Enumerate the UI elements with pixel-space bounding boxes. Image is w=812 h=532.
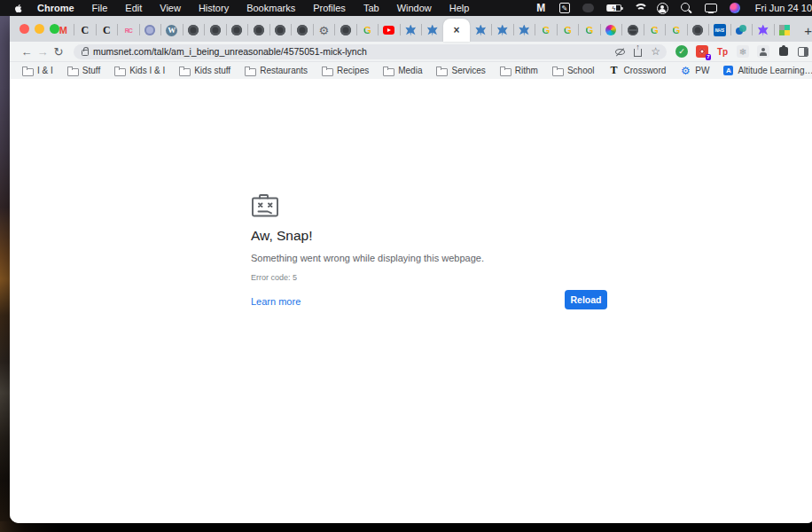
apple-icon[interactable] xyxy=(7,3,28,14)
menu-item-view[interactable]: View xyxy=(151,3,190,13)
reload-page-button[interactable]: Reload xyxy=(565,290,607,309)
tab[interactable] xyxy=(226,19,248,42)
tab-strip-tabs: MCCRCW⚙G×GGGGGNHS xyxy=(52,16,796,42)
tab[interactable]: NHS xyxy=(709,19,731,42)
bookmark-item[interactable]: Rithm xyxy=(493,66,545,75)
dark-favicon xyxy=(691,24,704,36)
bookmark-item[interactable]: Media xyxy=(376,66,429,75)
sad-folder-icon xyxy=(251,192,279,218)
forward-button[interactable]: → xyxy=(35,45,51,59)
bookmark-item[interactable]: Kids I & I xyxy=(107,66,172,75)
bookmark-item[interactable]: AAltitude Learning… xyxy=(716,66,812,75)
google-favicon: G xyxy=(648,24,660,36)
tab[interactable]: W xyxy=(161,19,183,42)
bookmark-item[interactable]: School xyxy=(545,66,602,75)
tab[interactable]: G xyxy=(666,19,688,42)
tab[interactable] xyxy=(492,19,514,42)
lock-icon[interactable] xyxy=(82,50,89,56)
tab[interactable] xyxy=(183,19,205,42)
capture-extension-icon[interactable] xyxy=(757,45,769,58)
tab[interactable] xyxy=(730,19,753,42)
tab[interactable] xyxy=(205,19,227,42)
leaf-favicon xyxy=(426,25,438,36)
teal-favicon xyxy=(735,24,747,36)
bookmark-item[interactable]: Restaurants xyxy=(238,66,315,75)
bookmark-item[interactable]: Recipes xyxy=(315,66,376,75)
tab[interactable] xyxy=(139,19,161,42)
tab[interactable] xyxy=(600,19,622,42)
menu-item-window[interactable]: Window xyxy=(388,3,441,13)
check-extension-icon[interactable]: ✓ xyxy=(675,45,688,58)
shield-badge-icon[interactable]: 7 xyxy=(696,45,708,58)
tab[interactable] xyxy=(400,19,422,42)
back-button[interactable]: ← xyxy=(19,45,35,59)
reload-button[interactable]: ↻ xyxy=(51,45,66,59)
dark-dot-icon[interactable] xyxy=(582,2,595,14)
learn-more-link[interactable]: Learn more xyxy=(251,296,301,307)
menu-item-profiles[interactable]: Profiles xyxy=(304,3,355,13)
siri-icon[interactable] xyxy=(729,2,742,14)
url-text: mumsnet.com/talk/am_i_being_unreasonable… xyxy=(93,46,367,57)
menu-item-help[interactable]: Help xyxy=(441,3,479,13)
menu-item-edit[interactable]: Edit xyxy=(116,3,151,13)
menu-item-chrome[interactable]: Chrome xyxy=(28,3,83,13)
nhs-favicon: NHS xyxy=(714,24,726,36)
eye-off-icon[interactable] xyxy=(615,49,625,55)
compose-note-icon[interactable]: ✎ xyxy=(559,3,570,13)
minimize-window-button[interactable] xyxy=(35,24,44,34)
bookmark-item[interactable]: Stuff xyxy=(60,66,107,75)
tab[interactable]: G xyxy=(356,19,379,42)
battery-charging-icon[interactable]: ϟ xyxy=(606,4,621,12)
extension-badge-count: 7 xyxy=(706,54,711,60)
snowflake-extension-icon[interactable]: ❄ xyxy=(737,45,749,58)
tab[interactable] xyxy=(687,19,709,42)
tab[interactable]: ⚙ xyxy=(313,19,335,42)
page-content: Aw, Snap! Something went wrong while dis… xyxy=(10,79,812,523)
menu-item-tab[interactable]: Tab xyxy=(355,3,388,13)
menu-item-bookmarks[interactable]: Bookmarks xyxy=(238,3,304,13)
tab[interactable] xyxy=(248,19,270,42)
tab[interactable] xyxy=(513,19,535,42)
spotlight-search-icon[interactable] xyxy=(680,2,693,14)
bookmark-star-icon[interactable]: ☆ xyxy=(651,46,660,57)
tab[interactable] xyxy=(422,19,444,42)
tab[interactable] xyxy=(470,19,492,42)
close-tab-icon[interactable]: × xyxy=(453,25,459,35)
side-panel-icon[interactable] xyxy=(798,47,808,57)
tab[interactable]: G xyxy=(579,19,601,42)
bookmark-item[interactable]: TCrossword xyxy=(602,66,674,75)
tab[interactable]: C xyxy=(74,19,97,42)
tab[interactable] xyxy=(335,19,357,42)
tab[interactable] xyxy=(753,19,775,42)
tp-extension-icon[interactable]: Tp xyxy=(716,45,729,58)
bookmark-item[interactable]: Services xyxy=(429,66,492,75)
new-tab-button[interactable]: + xyxy=(801,20,812,40)
puzzle-extension-icon[interactable] xyxy=(777,45,790,58)
share-icon[interactable] xyxy=(634,49,642,57)
bookmark-item[interactable]: I & I xyxy=(15,66,60,75)
bookmark-label: Kids I & I xyxy=(129,66,165,75)
bookmark-item[interactable]: Kids stuff xyxy=(172,66,238,75)
tab[interactable] xyxy=(622,19,644,42)
display-icon[interactable] xyxy=(705,4,717,12)
address-bar[interactable]: mumsnet.com/talk/am_i_being_unreasonable… xyxy=(74,44,667,59)
tab[interactable]: G xyxy=(535,19,558,42)
tab[interactable]: M xyxy=(52,19,74,42)
wifi-icon[interactable] xyxy=(633,4,645,13)
menu-item-history[interactable]: History xyxy=(190,3,238,13)
tab[interactable] xyxy=(774,19,796,42)
menubar-clock[interactable]: Fri Jun 24 10 xyxy=(753,3,812,13)
tab[interactable] xyxy=(292,19,314,42)
malwarebytes-icon[interactable]: M xyxy=(535,2,548,14)
tab[interactable] xyxy=(379,19,401,42)
tab[interactable]: C xyxy=(96,19,118,42)
menu-item-file[interactable]: File xyxy=(83,3,117,13)
user-account-icon[interactable] xyxy=(657,3,668,14)
close-window-button[interactable] xyxy=(20,24,29,34)
tab-active[interactable]: × xyxy=(443,19,470,42)
tab[interactable]: G xyxy=(557,19,579,42)
tab[interactable]: G xyxy=(644,19,666,42)
bookmark-item[interactable]: ⚙PW xyxy=(673,66,716,75)
tab[interactable] xyxy=(269,19,292,42)
tab[interactable]: RC xyxy=(118,19,140,42)
